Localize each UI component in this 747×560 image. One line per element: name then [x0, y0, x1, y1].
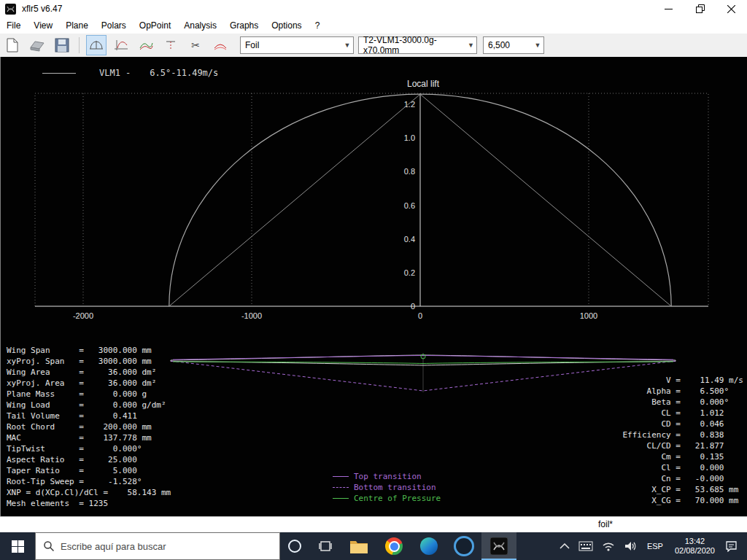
geometry-stat-line: Mesh elements = 1235 [7, 498, 171, 509]
tray-expand-button[interactable] [555, 532, 574, 560]
file-explorer-button[interactable] [341, 532, 376, 560]
browser-app-button[interactable] [446, 532, 481, 560]
geometry-stat-line: Taper Ratio = 5.000 [7, 465, 171, 476]
menu-item-oppoint[interactable]: OpPoint [133, 18, 177, 34]
legend-line-sample [333, 498, 349, 499]
menu-item-file[interactable]: File [0, 18, 27, 34]
new-project-button[interactable] [2, 35, 23, 55]
y-tick-label: 0.4 [404, 235, 415, 244]
open-file-button[interactable] [27, 35, 47, 55]
taskbar-search[interactable]: Escribe aquí para buscar [35, 532, 280, 560]
chevron-up-icon [560, 543, 570, 549]
foil-analysis-button[interactable] [210, 35, 231, 55]
clock-time: 13:42 [685, 537, 705, 546]
geometry-stat-line: Tail Volume = 0.411 [7, 411, 171, 421]
lift-plot-svg: -2000-10000100000.20.40.60.81.01.2Local … [1, 57, 747, 343]
foil-combobox-value: Foil [245, 40, 259, 50]
minimize-button[interactable] [653, 0, 684, 18]
toolbar: ✂ Foil ▼ T2-VLM1-3000.0g-x70.0mm ▼ 6,500… [0, 34, 747, 58]
touch-keyboard-button[interactable] [574, 532, 597, 560]
start-button[interactable] [0, 532, 35, 560]
task-view-button[interactable] [309, 532, 341, 560]
save-button[interactable] [52, 35, 72, 55]
cortana-icon [287, 539, 302, 553]
y-tick-label: 0 [411, 302, 415, 311]
close-icon [727, 5, 735, 13]
geometry-stat-line: Root-Tip Sweep = -1.528° [7, 476, 171, 487]
x-tick-label: -1000 [241, 311, 262, 320]
toolbar-separator [79, 37, 80, 53]
clock[interactable]: 13:42 02/08/2020 [669, 537, 721, 556]
results-panel: Wing Span = 3000.000 mmxyProj. Span = 30… [0, 343, 747, 516]
status-text: foil* [598, 517, 613, 532]
edge-button[interactable] [411, 532, 446, 560]
legend-line-sample [333, 476, 349, 477]
legend-label: Top transition [354, 472, 422, 481]
geometry-stat-line: Wing Span = 3000.000 mm [7, 345, 171, 356]
chrome-button[interactable] [376, 532, 411, 560]
lift-plot-area[interactable]: -2000-10000100000.20.40.60.81.01.2Local … [0, 57, 747, 343]
result-stat-line: CL/CD = 21.877 [622, 440, 743, 451]
result-stat-line: V = 11.49 m/s [622, 375, 743, 386]
task-view-icon [318, 540, 333, 553]
xflr5-taskbar-button[interactable] [481, 532, 516, 560]
polar-view-button[interactable] [111, 35, 131, 55]
x-tick-label: 1000 [580, 311, 597, 320]
time-response-view-button[interactable] [160, 35, 181, 55]
new-file-icon [6, 38, 19, 52]
plot-title: Local lift [407, 79, 440, 89]
result-stat-line: Cl = 0.000 [622, 462, 743, 473]
geometry-stat-line: TipTwist = 0.000° [7, 443, 171, 454]
result-stat-line: Cm = 0.135 [622, 451, 743, 462]
open-file-icon [29, 39, 45, 52]
xflr5-icon [490, 537, 508, 555]
speed-combobox-value: 6,500 [488, 40, 510, 50]
operating-point-results: V = 11.49 m/s Alpha = 6.500° Beta = 0.00… [622, 375, 743, 506]
title-bar: xflr5 v6.47 [0, 0, 747, 18]
result-stat-line: CL = 1.012 [622, 408, 743, 419]
curves-graph-icon [139, 39, 153, 52]
volume-button[interactable] [619, 532, 641, 560]
polar-graph-icon [114, 39, 128, 52]
taskbar: Escribe aquí para buscar ESP 13:42 [0, 532, 747, 560]
foil-combobox[interactable]: Foil ▼ [240, 36, 354, 54]
opp-view-button[interactable] [86, 35, 107, 55]
lift-graph-icon [89, 39, 104, 52]
keyboard-icon [578, 541, 593, 551]
clock-date: 02/08/2020 [675, 546, 715, 556]
result-stat-line: X_CP = 53.685 mm [622, 484, 743, 495]
action-center-button[interactable] [721, 532, 742, 560]
foil-design-button[interactable]: ✂ [185, 35, 206, 55]
close-button[interactable] [716, 0, 747, 18]
cortana-button[interactable] [280, 532, 309, 560]
geometry-stat-line: Plane Mass = 0.000 g [7, 389, 171, 400]
search-icon [43, 540, 55, 552]
menu-item-graphs[interactable]: Graphs [223, 18, 265, 34]
plot-legend: VLM1 - 6.5°-11.49m/s [42, 68, 218, 78]
status-bar: foil* [0, 516, 747, 533]
legend-item: Top transition [333, 471, 441, 482]
y-tick-label: 1.0 [404, 133, 415, 142]
edge-icon [420, 537, 438, 555]
stability-view-button[interactable] [136, 35, 156, 55]
menu-item-polars[interactable]: Polars [95, 18, 133, 34]
app-icon [5, 4, 16, 15]
x-tick-label: 0 [418, 311, 422, 320]
legend-label: Bottom transition [354, 483, 436, 492]
keyboard-language-label[interactable]: ESP [641, 542, 669, 551]
network-button[interactable] [597, 532, 619, 560]
speed-combobox[interactable]: 6,500 ▼ [483, 36, 544, 54]
plane-combobox[interactable]: T2-VLM1-3000.0g-x70.0mm ▼ [358, 36, 477, 54]
menu-bar: FileViewPlanePolarsOpPointAnalysisGraphs… [0, 18, 747, 34]
geometry-stat-line: MAC = 137.778 mm [7, 432, 171, 443]
geometry-stat-line: XNP = d(XCp.Cl)/dCl = 58.143 mm [7, 487, 171, 498]
legend-item: Centre of Pressure [333, 493, 441, 504]
menu-item-plane[interactable]: Plane [59, 18, 95, 34]
geometry-stat-line: Root Chord = 200.000 mm [7, 421, 171, 432]
legend-series-value: 6.5°-11.49m/s [150, 68, 218, 78]
menu-item-analysis[interactable]: Analysis [177, 18, 223, 34]
restore-button[interactable] [684, 0, 716, 18]
menu-item-view[interactable]: View [27, 18, 59, 34]
menu-item-help[interactable]: ? [309, 18, 327, 34]
menu-item-options[interactable]: Options [265, 18, 308, 34]
